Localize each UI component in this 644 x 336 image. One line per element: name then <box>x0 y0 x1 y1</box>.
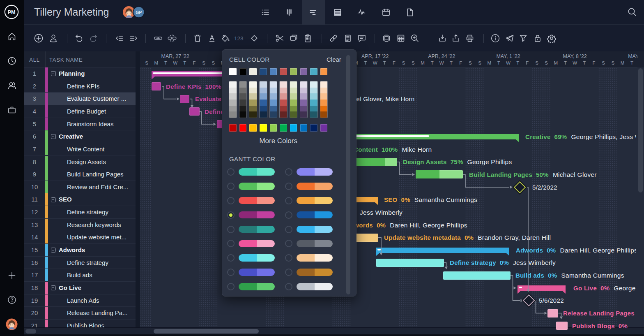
svg-text:PM: PM <box>8 9 16 15</box>
svg-text:GP: GP <box>136 10 142 15</box>
